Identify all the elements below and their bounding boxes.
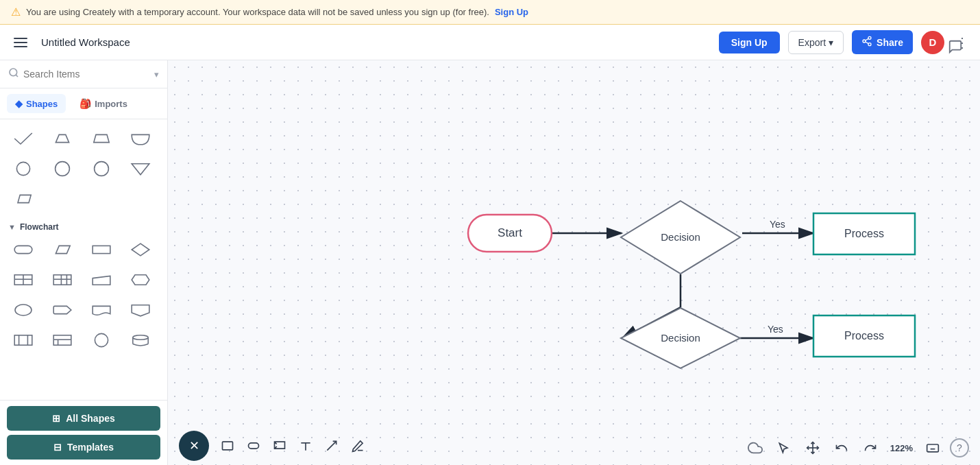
chevron-down-icon: ▼ bbox=[8, 223, 16, 231]
text-tool[interactable] bbox=[293, 433, 319, 459]
svg-rect-54 bbox=[223, 442, 233, 450]
sidebar: ▾ ◆ Shapes 🎒 Imports bbox=[0, 60, 168, 465]
shape-trapezoid2[interactable] bbox=[85, 125, 118, 152]
zoom-level: 122% bbox=[887, 443, 916, 453]
search-input[interactable] bbox=[23, 69, 150, 80]
flowchart-parallelogram[interactable] bbox=[46, 236, 79, 263]
chat-button[interactable] bbox=[942, 33, 969, 60]
svg-point-33 bbox=[133, 335, 148, 339]
shape-trapezoid-top[interactable] bbox=[46, 125, 79, 152]
svg-line-3 bbox=[866, 42, 869, 44]
flowchart-terminal[interactable] bbox=[7, 236, 40, 263]
flowchart-cylinder[interactable] bbox=[124, 326, 157, 354]
flowchart-box[interactable] bbox=[7, 326, 40, 354]
svg-point-32 bbox=[95, 333, 108, 346]
tab-shapes[interactable]: ◆ Shapes bbox=[7, 94, 66, 113]
hamburger-line bbox=[14, 42, 27, 43]
svg-text:Decision: Decision bbox=[661, 231, 700, 243]
all-shapes-button[interactable]: ⊞ All Shapes bbox=[7, 406, 160, 431]
svg-marker-25 bbox=[132, 305, 149, 316]
svg-text:Yes: Yes bbox=[768, 324, 783, 335]
shape-triangle-down[interactable] bbox=[124, 155, 157, 182]
flowchart-oval[interactable] bbox=[7, 296, 40, 324]
flowchart-process[interactable] bbox=[85, 236, 118, 263]
flowchart-preparation[interactable] bbox=[124, 266, 157, 294]
search-icon bbox=[8, 67, 19, 81]
shape-circle-sm[interactable] bbox=[7, 155, 40, 182]
flowchart-shapes-grid bbox=[7, 236, 160, 354]
banner-message: You are using Creately with a temporary … bbox=[26, 7, 489, 17]
svg-point-24 bbox=[15, 305, 32, 315]
share-button[interactable]: Share bbox=[852, 30, 913, 54]
svg-point-1 bbox=[863, 40, 866, 43]
svg-marker-11 bbox=[18, 195, 31, 202]
menu-button[interactable] bbox=[8, 30, 33, 55]
svg-point-7 bbox=[16, 162, 29, 175]
pen-tool[interactable] bbox=[345, 433, 371, 459]
bottom-toolbar: ✕ bbox=[168, 427, 980, 465]
flowchart-table[interactable] bbox=[7, 266, 40, 294]
line-tool[interactable] bbox=[319, 433, 345, 459]
svg-line-58 bbox=[327, 441, 336, 450]
search-bar: ▾ bbox=[0, 60, 167, 88]
flowchart-circle-outline[interactable] bbox=[85, 326, 118, 354]
tabs-row: ◆ Shapes 🎒 Imports bbox=[0, 88, 167, 119]
mic-icon: ▾ bbox=[154, 69, 159, 80]
svg-text:Start: Start bbox=[498, 226, 522, 239]
flowchart-doc[interactable] bbox=[85, 296, 118, 324]
rectangle-tool[interactable] bbox=[215, 433, 241, 459]
undo-button[interactable] bbox=[830, 436, 853, 460]
svg-rect-61 bbox=[927, 444, 939, 452]
flowchart-header-box[interactable] bbox=[46, 326, 79, 354]
flowchart-offpage[interactable] bbox=[124, 296, 157, 324]
hamburger-line bbox=[14, 38, 27, 39]
canvas[interactable]: Yes Yes Start Decision Process Decision … bbox=[168, 60, 980, 465]
banner-signup-link[interactable]: Sign Up bbox=[495, 7, 528, 17]
header: Untitled Workspace Sign Up Export ▾ Shar… bbox=[0, 25, 980, 60]
svg-point-5 bbox=[10, 69, 17, 76]
svg-line-6 bbox=[16, 75, 18, 77]
move-tool[interactable] bbox=[801, 436, 824, 460]
redo-button[interactable] bbox=[859, 436, 882, 460]
keyboard-shortcuts-button[interactable] bbox=[921, 436, 944, 460]
cursor-tool[interactable] bbox=[772, 436, 796, 460]
shape-circle-md[interactable] bbox=[46, 155, 79, 182]
shape-check[interactable] bbox=[7, 125, 40, 152]
signup-button[interactable]: Sign Up bbox=[719, 32, 780, 53]
main-area: ▾ ◆ Shapes 🎒 Imports bbox=[0, 60, 980, 465]
flowchart-grid[interactable] bbox=[46, 266, 79, 294]
close-button[interactable]: ✕ bbox=[179, 431, 209, 461]
hamburger-line bbox=[14, 46, 27, 47]
help-button[interactable]: ? bbox=[950, 438, 969, 457]
chevron-down-icon: ▾ bbox=[829, 37, 833, 48]
flowchart-manual-input[interactable] bbox=[85, 266, 118, 294]
note-tool[interactable] bbox=[267, 433, 293, 459]
export-button[interactable]: Export ▾ bbox=[788, 31, 844, 54]
share-icon bbox=[861, 36, 872, 49]
shapes-area: ▼ Flowchart bbox=[0, 119, 167, 400]
svg-rect-14 bbox=[93, 246, 110, 253]
shape-tool[interactable] bbox=[241, 433, 267, 459]
shape-circle-lg[interactable] bbox=[85, 155, 118, 182]
svg-point-2 bbox=[868, 43, 871, 46]
svg-text:Process: Process bbox=[844, 228, 884, 239]
notification-banner: ⚠ You are using Creately with a temporar… bbox=[0, 0, 980, 25]
cloud-save-button[interactable] bbox=[744, 436, 767, 460]
svg-marker-10 bbox=[132, 164, 149, 175]
tab-imports[interactable]: 🎒 Imports bbox=[71, 94, 136, 113]
warning-icon: ⚠ bbox=[11, 5, 21, 19]
flowchart-section-header[interactable]: ▼ Flowchart bbox=[7, 219, 160, 236]
shape-parallelogram[interactable] bbox=[7, 185, 40, 213]
imports-tab-icon: 🎒 bbox=[79, 98, 91, 109]
flowchart-pentagon[interactable] bbox=[46, 296, 79, 324]
svg-rect-12 bbox=[14, 246, 32, 253]
shape-bowl[interactable] bbox=[124, 125, 157, 152]
svg-point-9 bbox=[95, 162, 109, 176]
flowchart-decision[interactable] bbox=[124, 236, 157, 263]
svg-marker-13 bbox=[56, 246, 70, 253]
svg-rect-26 bbox=[14, 335, 32, 345]
svg-rect-55 bbox=[249, 443, 259, 449]
avatar[interactable]: D bbox=[921, 31, 944, 54]
svg-text:Yes: Yes bbox=[770, 219, 785, 230]
templates-button[interactable]: ⊟ Templates bbox=[7, 435, 160, 460]
